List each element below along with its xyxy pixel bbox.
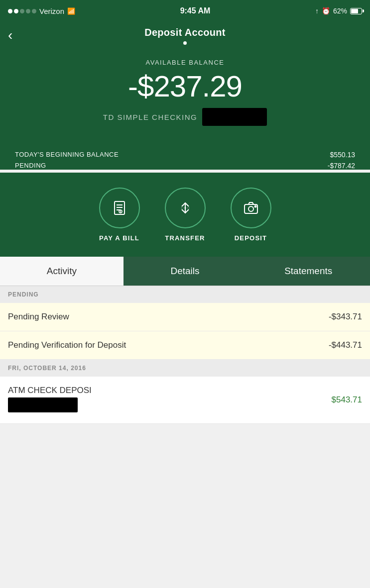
transaction-label-2: Pending Verification for Deposit [8,340,126,350]
atm-detail-redacted [8,397,78,412]
transaction-row[interactable]: Pending Review -$343.71 [0,303,370,331]
svg-point-10 [248,206,253,211]
account-name: TD SIMPLE CHECKING [103,113,198,121]
atm-amount: $543.71 [332,395,362,405]
battery-icon [350,8,362,14]
alarm-icon: ⏰ [322,7,330,15]
pending-balance-row: PENDING -$787.42 [15,162,355,170]
account-number-redacted [202,108,267,126]
atm-label: ATM CHECK DEPOSI [8,386,92,395]
pay-a-bill-label: PAY A BILL [99,234,139,242]
status-right: ↑ ⏰ 62% [315,7,362,15]
pending-balance-value: -$787.42 [328,162,355,170]
beginning-balance-value: $550.13 [330,151,355,159]
transfer-circle [165,188,206,228]
date-section-header: FRI, OCTOBER 14, 2016 [0,360,370,377]
transfer-label: TRANSFER [165,234,205,242]
battery-label: 62% [333,7,347,15]
beginning-balance-label: TODAY'S BEGINNING BALANCE [15,151,119,159]
tab-statements[interactable]: Statements [247,257,370,286]
status-bar: Verizon 📶 9:45 AM ↑ ⏰ 62% [0,0,370,22]
page-title: Deposit Account [144,27,226,38]
location-icon: ↑ [315,7,319,15]
transaction-label-1: Pending Review [8,312,69,322]
signal-dots [8,9,36,13]
deposit-circle [231,188,271,228]
deposit-button[interactable]: DEPOSIT [231,188,271,242]
page-indicator-dot [183,41,187,45]
transfer-button[interactable]: TRANSFER [165,188,206,242]
balance-section: AVAILABLE BALANCE -$237.29 TD SIMPLE CHE… [0,49,370,151]
status-left: Verizon 📶 [8,7,75,15]
tab-details[interactable]: Details [123,257,247,286]
camera-icon [242,199,260,217]
balance-details: TODAY'S BEGINNING BALANCE $550.13 PENDIN… [0,151,370,170]
wifi-icon: 📶 [67,7,75,15]
account-name-row: TD SIMPLE CHECKING [10,108,360,126]
carrier-label: Verizon [39,7,64,15]
transfer-icon [176,199,194,217]
atm-left: ATM CHECK DEPOSI [8,386,92,414]
page-header: ‹ Deposit Account [0,22,370,49]
status-time: 9:45 AM [180,6,211,15]
pay-a-bill-circle [99,188,140,228]
pay-a-bill-button[interactable]: PAY A BILL [99,188,140,242]
bill-icon [111,199,128,217]
tab-activity[interactable]: Activity [0,257,123,286]
pending-section-header: PENDING [0,286,370,303]
actions-section: PAY A BILL TRANSFER DEPOSIT [0,173,370,257]
tabs: Activity Details Statements [0,257,370,286]
back-button[interactable]: ‹ [8,28,12,42]
atm-transaction-row[interactable]: ATM CHECK DEPOSI $543.71 [0,377,370,424]
available-balance-label: AVAILABLE BALANCE [10,59,360,66]
svg-point-11 [254,206,256,207]
transaction-row-2[interactable]: Pending Verification for Deposit -$443.7… [0,331,370,360]
pending-balance-label: PENDING [15,162,46,170]
transaction-amount-2: -$443.71 [329,340,362,350]
transaction-amount-1: -$343.71 [329,312,362,322]
atm-info: ATM CHECK DEPOSI [8,386,92,414]
balance-amount: -$237.29 [10,70,360,103]
deposit-label: DEPOSIT [235,234,267,242]
beginning-balance-row: TODAY'S BEGINNING BALANCE $550.13 [15,151,355,159]
